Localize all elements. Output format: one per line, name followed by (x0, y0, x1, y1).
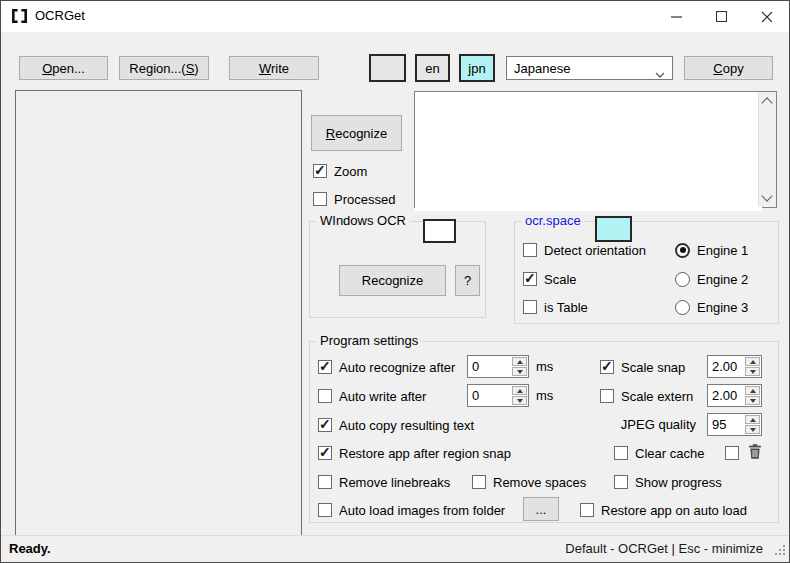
status-info-text: Default - OCRGet | Esc - minimize (565, 541, 763, 556)
language-en-button[interactable]: en (415, 54, 450, 82)
result-text-container (414, 91, 777, 208)
spinner-down-button[interactable] (512, 396, 527, 405)
scale-checkbox[interactable]: Scale (523, 270, 577, 288)
scale-label: Scale (544, 272, 577, 287)
copy-button[interactable]: Copy (684, 56, 773, 80)
ocr-space-group: ocr.space Detect orientation Scale is Ta… (514, 221, 779, 324)
app-region-icon (12, 9, 27, 23)
minimize-button[interactable] (654, 1, 699, 32)
result-scrollbar[interactable] (758, 92, 776, 207)
auto-copy-label: Auto copy resulting text (339, 418, 474, 433)
resize-grip[interactable] (775, 544, 786, 559)
show-progress-checkbox[interactable]: Show progress (614, 473, 722, 491)
language-select[interactable]: Japanese (506, 56, 673, 80)
processed-checkbox-label: Processed (334, 192, 395, 207)
spinner-up-button[interactable] (745, 415, 760, 424)
result-text-area[interactable] (415, 92, 762, 211)
region-button[interactable]: Region...(S) (119, 56, 209, 80)
copy-button-label: Copy (713, 61, 743, 76)
title-bar[interactable]: OCRGet (1, 1, 789, 32)
spinner-value[interactable]: 0 (472, 388, 479, 403)
windows-ocr-status-box[interactable] (423, 219, 456, 243)
processed-checkbox[interactable]: Processed (313, 190, 395, 208)
restore-on-autoload-checkbox[interactable]: Restore app on auto load (580, 501, 747, 519)
remove-spaces-checkbox[interactable]: Remove spaces (472, 473, 586, 491)
up-arrow-icon (517, 360, 523, 364)
trash-icon[interactable] (748, 444, 762, 462)
auto-copy-checkbox[interactable]: Auto copy resulting text (318, 416, 474, 434)
jpeg-quality-label: JPEG quality (600, 417, 696, 432)
auto-recognize-delay-spinner[interactable]: 0 (467, 355, 529, 378)
up-arrow-icon (517, 389, 523, 393)
engine-2-radio[interactable]: Engine 2 (675, 270, 748, 288)
language-select-value: Japanese (514, 61, 570, 76)
is-table-checkbox[interactable]: is Table (523, 298, 588, 316)
checkbox-box (472, 475, 486, 489)
browse-folder-label: ... (536, 502, 547, 517)
spinner-value[interactable]: 2.00 (712, 359, 737, 374)
open-button[interactable]: Open... (19, 56, 108, 80)
scroll-down-icon[interactable] (761, 190, 772, 201)
zoom-checkbox-label: Zoom (334, 164, 367, 179)
write-button[interactable]: Write (229, 56, 319, 80)
restore-after-snap-checkbox[interactable]: Restore app after region snap (318, 444, 511, 462)
language-blank-button[interactable] (369, 54, 406, 82)
browse-folder-button[interactable]: ... (523, 497, 559, 521)
spinner-up-button[interactable] (745, 386, 760, 395)
windows-ocr-group: WIndows OCR Recognize ? (309, 221, 486, 318)
maximize-button[interactable] (699, 1, 744, 32)
auto-load-label: Auto load images from folder (339, 503, 505, 518)
auto-write-checkbox[interactable]: Auto write after (318, 387, 426, 405)
spinner-down-button[interactable] (745, 396, 760, 405)
up-arrow-icon (750, 389, 756, 393)
scale-snap-checkbox[interactable]: Scale snap (600, 358, 685, 376)
down-arrow-icon (517, 399, 523, 403)
spinner-value[interactable]: 2.00 (712, 388, 737, 403)
scale-snap-label: Scale snap (621, 360, 685, 375)
spinner-down-button[interactable] (745, 425, 760, 434)
language-en-label: en (425, 61, 439, 76)
detect-orientation-checkbox[interactable]: Detect orientation (523, 241, 646, 259)
engine-1-radio[interactable]: Engine 1 (675, 241, 748, 259)
checkbox-box (580, 503, 594, 517)
radio-circle (675, 272, 690, 287)
auto-write-delay-spinner[interactable]: 0 (467, 384, 529, 407)
checkbox-box (614, 446, 628, 460)
recognize-button[interactable]: Recognize (311, 115, 402, 151)
clear-cache-label: Clear cache (635, 446, 704, 461)
status-ready-text: Ready. (9, 541, 51, 556)
spinner-up-button[interactable] (512, 357, 527, 366)
engine-3-radio[interactable]: Engine 3 (675, 298, 748, 316)
spinner-value[interactable]: 95 (712, 417, 726, 432)
ocr-space-group-title[interactable]: ocr.space (521, 213, 585, 228)
auto-recognize-checkbox[interactable]: Auto recognize after (318, 358, 455, 376)
auto-load-checkbox[interactable]: Auto load images from folder (318, 501, 505, 519)
scale-extern-checkbox[interactable]: Scale extern (600, 387, 693, 405)
spinner-up-button[interactable] (745, 357, 760, 366)
spinner-value[interactable]: 0 (472, 359, 479, 374)
jpeg-quality-spinner[interactable]: 95 (707, 413, 762, 436)
recognize-button-label: Recognize (326, 126, 387, 141)
remove-spaces-label: Remove spaces (493, 475, 586, 490)
spinner-down-button[interactable] (512, 367, 527, 376)
scale-extern-spinner[interactable]: 2.00 (707, 384, 762, 407)
auto-write-label: Auto write after (339, 389, 426, 404)
windows-ocr-recognize-button[interactable]: Recognize (339, 265, 446, 296)
scale-snap-spinner[interactable]: 2.00 (707, 355, 762, 378)
scroll-up-icon[interactable] (761, 97, 772, 108)
language-jpn-label: jpn (468, 61, 485, 76)
region-button-label: Region...(S) (129, 61, 198, 76)
spinner-down-button[interactable] (745, 367, 760, 376)
language-jpn-button[interactable]: jpn (459, 54, 495, 82)
windows-ocr-help-button[interactable]: ? (455, 265, 480, 296)
cache-extra-checkbox[interactable] (725, 444, 739, 462)
close-button[interactable] (744, 1, 789, 32)
spinner-up-button[interactable] (512, 386, 527, 395)
checkbox-box (313, 192, 327, 206)
clear-cache-checkbox[interactable]: Clear cache (614, 444, 704, 462)
remove-linebreaks-checkbox[interactable]: Remove linebreaks (318, 473, 450, 491)
restore-on-autoload-label: Restore app on auto load (601, 503, 747, 518)
ocr-space-status-box[interactable] (595, 216, 632, 242)
program-settings-group-title: Program settings (316, 333, 422, 348)
zoom-checkbox[interactable]: Zoom (313, 162, 367, 180)
